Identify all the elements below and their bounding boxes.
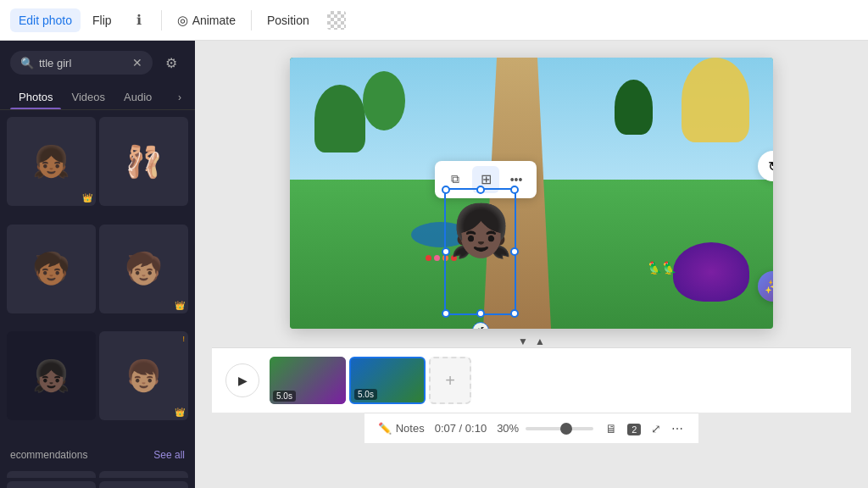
topiary-1 bbox=[314, 85, 365, 152]
zoom-label: 30% bbox=[497, 422, 519, 435]
clip-2[interactable]: 5.0s bbox=[349, 357, 426, 404]
notes-label: Notes bbox=[396, 422, 425, 435]
position-button[interactable]: Position bbox=[259, 8, 318, 32]
refresh-icon: ↻ bbox=[768, 158, 774, 175]
canvas-background: 🦜🦜 👧🏿 ⧉ ⊞ ••• bbox=[290, 58, 773, 329]
list-item[interactable]: 👧🏿 bbox=[7, 331, 96, 420]
media-tabs: Photos Videos Audio › bbox=[0, 85, 195, 110]
magic-icon: ✨ bbox=[765, 279, 773, 295]
status-icons: 🖥 2 ⤢ ⋯ bbox=[604, 420, 685, 437]
play-button[interactable]: ▶ bbox=[225, 363, 259, 397]
crown-badge: 👑 bbox=[82, 193, 92, 202]
search-input-wrapper: 🔍 ✕ bbox=[10, 51, 153, 75]
timeline-collapse-area: ▼ ▲ bbox=[212, 336, 851, 347]
move-icon: ⊞ bbox=[481, 171, 492, 187]
clip-2-duration: 5.0s bbox=[354, 389, 377, 400]
collapse-down-icon: ▼ bbox=[518, 336, 528, 347]
notes-icon: ✏️ bbox=[378, 422, 392, 435]
layers-button[interactable]: 2 bbox=[626, 420, 643, 437]
list-item[interactable]: 👧🏿 bbox=[7, 481, 96, 488]
add-icon: + bbox=[445, 371, 455, 391]
divider-2 bbox=[251, 10, 252, 30]
more-options-button[interactable]: ••• bbox=[503, 166, 530, 193]
filter-button[interactable]: ⚙ bbox=[158, 49, 185, 76]
status-bar: ✏️ Notes 0:07 / 0:10 30% 🖥 2 ⤢ bbox=[364, 413, 699, 443]
flip-button[interactable]: Flip bbox=[84, 8, 120, 32]
more-status-button[interactable]: ⋯ bbox=[670, 420, 685, 437]
copy-icon: ⧉ bbox=[451, 172, 459, 186]
timeline: ▶ 5.0s 5.0s + bbox=[212, 347, 851, 413]
zoom-thumb[interactable] bbox=[560, 423, 572, 435]
tab-photos[interactable]: Photos bbox=[10, 85, 61, 109]
alert-badge: ! bbox=[182, 335, 185, 343]
tree-right bbox=[682, 58, 749, 142]
layers-badge: 2 bbox=[627, 424, 641, 435]
screen-icon-button[interactable]: 🖥 bbox=[604, 420, 619, 437]
list-item[interactable]: 📋 bbox=[7, 474, 96, 478]
notes-button[interactable]: ✏️ Notes bbox=[378, 422, 425, 435]
sidebar: 🔍 ✕ ⚙ Photos Videos Audio › 👧🏾 👑 🩰 bbox=[0, 41, 195, 488]
list-item[interactable]: 🧒🏾 bbox=[7, 225, 96, 313]
list-item[interactable]: 🩰 bbox=[99, 117, 188, 206]
checkered-button[interactable] bbox=[321, 5, 352, 36]
fullscreen-icon: ⤢ bbox=[651, 422, 661, 435]
fullscreen-button[interactable]: ⤢ bbox=[649, 420, 663, 437]
divider-1 bbox=[161, 10, 162, 30]
crown-badge: 👑 bbox=[175, 301, 185, 310]
search-bar: 🔍 ✕ ⚙ bbox=[0, 41, 195, 85]
clip-1-duration: 5.0s bbox=[273, 391, 296, 402]
checkered-icon bbox=[327, 11, 346, 30]
list-item[interactable]: 👦🏽 ! 👑 bbox=[99, 331, 188, 420]
expand-up-icon: ▲ bbox=[535, 336, 545, 347]
info-icon: ℹ bbox=[136, 12, 142, 28]
recommendations-label: ecommendations bbox=[10, 449, 87, 461]
more-icon: ⋯ bbox=[671, 422, 683, 435]
search-input[interactable] bbox=[39, 57, 127, 69]
section-header: ecommendations See all bbox=[0, 442, 195, 464]
top-toolbar: Edit photo Flip ℹ ◎ Animate Position bbox=[0, 0, 868, 41]
animate-button[interactable]: ◎ Animate bbox=[169, 8, 244, 33]
list-item[interactable]: 🎻 bbox=[99, 481, 188, 488]
zoom-area: 30% bbox=[497, 422, 593, 435]
search-icon: 🔍 bbox=[20, 57, 34, 69]
birds: 🦜🦜 bbox=[648, 261, 676, 274]
topiary-2 bbox=[363, 71, 405, 130]
timeline-clips: 5.0s 5.0s + bbox=[270, 357, 837, 404]
tab-videos[interactable]: Videos bbox=[63, 85, 114, 109]
add-clip-button[interactable]: + bbox=[429, 357, 471, 404]
topiary-3 bbox=[615, 80, 653, 135]
clear-button[interactable]: ✕ bbox=[132, 56, 142, 69]
copy-element-button[interactable]: ⧉ bbox=[442, 166, 469, 193]
filter-icon: ⚙ bbox=[165, 55, 177, 71]
move-element-button[interactable]: ⊞ bbox=[472, 166, 499, 193]
canvas-wrapper: 🦜🦜 👧🏿 ⧉ ⊞ ••• bbox=[290, 58, 773, 329]
zoom-slider[interactable] bbox=[526, 427, 593, 430]
edit-photo-button[interactable]: Edit photo bbox=[10, 8, 81, 32]
tabs-more-arrow[interactable]: › bbox=[175, 85, 185, 109]
play-icon: ▶ bbox=[238, 374, 248, 387]
list-item[interactable]: 👧🏾 👑 bbox=[7, 117, 96, 206]
main-layout: 🔍 ✕ ⚙ Photos Videos Audio › 👧🏾 👑 🩰 bbox=[0, 41, 868, 488]
more-icon: ••• bbox=[510, 173, 523, 186]
canvas-area: 🦜🦜 👧🏿 ⧉ ⊞ ••• bbox=[195, 41, 868, 488]
time-display: 0:07 / 0:10 bbox=[435, 422, 487, 435]
animate-ring-icon: ◎ bbox=[177, 13, 188, 28]
screen-icon: 🖥 bbox=[605, 422, 617, 435]
purple-bush bbox=[673, 242, 749, 302]
crown-badge: 👑 bbox=[175, 408, 185, 417]
see-all-button[interactable]: See all bbox=[153, 449, 185, 461]
info-button[interactable]: ℹ bbox=[124, 5, 154, 36]
float-toolbar: ⧉ ⊞ ••• bbox=[435, 161, 537, 198]
clip-1[interactable]: 5.0s bbox=[270, 357, 346, 404]
media-grid: 👧🏾 👑 🩰 🧒🏾 🧒🏽 👑 👧🏿 👦🏽 ! 👑 bbox=[0, 110, 195, 442]
list-item[interactable]: 🧒🏽 👑 bbox=[99, 225, 188, 313]
list-item[interactable]: 👧🏾 bbox=[99, 471, 188, 478]
tab-audio[interactable]: Audio bbox=[115, 85, 160, 109]
